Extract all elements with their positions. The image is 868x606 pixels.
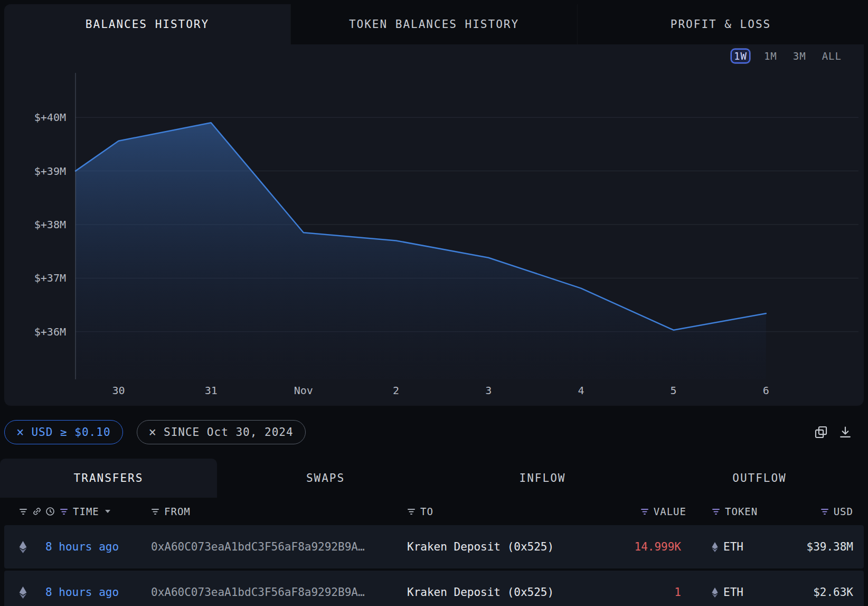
y-tick-label: $+39M	[34, 165, 66, 178]
row-value: 14.999K	[594, 540, 686, 553]
x-tick-label: 6	[763, 384, 769, 397]
row-value: 1	[594, 586, 686, 599]
y-tick-label: $+37M	[34, 272, 66, 284]
download-icon	[838, 425, 852, 439]
transfers-panel: TRANSFERS SWAPS INFLOW OUTFLOW	[0, 459, 868, 606]
caret-down-icon	[105, 510, 110, 513]
copy-icon	[814, 425, 828, 439]
row-usd: $39.38M	[771, 540, 853, 553]
row-from-address[interactable]: 0xA60C073eaA1bdC3F56aF8a9292B9A…	[151, 540, 407, 553]
filter-icon[interactable]	[820, 508, 829, 515]
header-row-icons	[19, 507, 45, 516]
range-all[interactable]: ALL	[820, 49, 844, 63]
remove-filter-icon[interactable]: ×	[16, 426, 24, 439]
row-usd: $2.63K	[771, 586, 853, 599]
tab-transfers[interactable]: TRANSFERS	[0, 459, 217, 498]
filter-icon[interactable]	[151, 508, 159, 515]
column-label-token: TOKEN	[725, 506, 758, 517]
range-1w[interactable]: 1W	[731, 49, 750, 63]
balance-area-fill	[76, 123, 766, 379]
column-label-to: TO	[420, 506, 433, 517]
tab-label: TRANSFERS	[74, 472, 144, 484]
tab-label: PROFIT & LOSS	[671, 18, 771, 31]
transfers-rows: 8 hours ago 0xA60C073eaA1bdC3F56aF8a9292…	[0, 525, 868, 606]
filter-icon[interactable]	[60, 508, 68, 515]
eth-icon	[19, 586, 27, 599]
header-value[interactable]: VALUE	[594, 506, 686, 517]
row-to-entity[interactable]: Kraken Deposit (0x525)	[407, 540, 594, 553]
row-asset-cell	[19, 541, 45, 553]
tab-inflow[interactable]: INFLOW	[434, 459, 651, 498]
link-icon[interactable]	[32, 507, 42, 516]
column-label-value: VALUE	[654, 506, 686, 517]
x-tick-label: 30	[112, 384, 125, 397]
table-row[interactable]: 8 hours ago 0xA60C073eaA1bdC3F56aF8a9292…	[4, 571, 864, 606]
x-tick-label: 2	[393, 384, 399, 397]
tab-balances-history[interactable]: BALANCES HISTORY	[4, 4, 290, 44]
row-time-link[interactable]: 8 hours ago	[45, 540, 151, 553]
copy-button[interactable]	[814, 425, 828, 439]
tab-label: BALANCES HISTORY	[86, 18, 209, 31]
tab-outflow[interactable]: OUTFLOW	[651, 459, 868, 498]
x-tick-label: 4	[578, 384, 584, 397]
table-row[interactable]: 8 hours ago 0xA60C073eaA1bdC3F56aF8a9292…	[4, 525, 864, 568]
filter-chip-label: SINCE Oct 30, 2024	[164, 426, 294, 439]
header-token[interactable]: TOKEN	[686, 506, 771, 517]
eth-icon	[19, 541, 27, 553]
eth-icon	[712, 588, 718, 598]
balance-chart: $+40M$+39M$+38M$+37M$+36M3031Nov23456	[4, 68, 864, 406]
row-time-link[interactable]: 8 hours ago	[45, 586, 151, 599]
y-tick-label: $+38M	[34, 218, 66, 231]
balance-chart-svg: $+40M$+39M$+38M$+37M$+36M3031Nov23456	[4, 68, 864, 406]
table-actions	[814, 425, 852, 439]
range-3m[interactable]: 3M	[791, 49, 808, 63]
column-label-usd: USD	[834, 506, 853, 517]
tab-label: OUTFLOW	[732, 472, 787, 484]
filter-bar: × USD ≥ $0.10 × SINCE Oct 30, 2024	[0, 406, 868, 459]
eth-icon	[712, 542, 718, 552]
filter-icon[interactable]	[640, 508, 649, 515]
y-tick-label: $+40M	[34, 111, 66, 124]
row-to-entity[interactable]: Kraken Deposit (0x525)	[407, 586, 594, 599]
y-tick-label: $+36M	[34, 325, 66, 338]
remove-filter-icon[interactable]: ×	[149, 426, 157, 439]
transfers-tabbar: TRANSFERS SWAPS INFLOW OUTFLOW	[0, 459, 868, 498]
filter-chip-since[interactable]: × SINCE Oct 30, 2024	[137, 420, 306, 444]
filter-icon[interactable]	[712, 508, 720, 515]
column-label-from: FROM	[164, 506, 191, 517]
row-asset-cell	[19, 586, 45, 599]
filter-icon[interactable]	[407, 508, 416, 515]
tab-profit-loss[interactable]: PROFIT & LOSS	[577, 4, 864, 44]
tab-label: INFLOW	[520, 472, 566, 484]
x-tick-label: 3	[485, 384, 492, 397]
row-from-address[interactable]: 0xA60C073eaA1bdC3F56aF8a9292B9A…	[151, 586, 407, 599]
header-to[interactable]: TO	[407, 506, 594, 517]
filter-chip-usd[interactable]: × USD ≥ $0.10	[4, 420, 123, 444]
x-tick-label: 31	[205, 384, 218, 397]
filter-icon[interactable]	[19, 508, 27, 515]
filter-chip-label: USD ≥ $0.10	[31, 426, 110, 439]
x-tick-label: Nov	[294, 384, 313, 397]
column-label-time: TIME	[73, 506, 99, 517]
tab-swaps[interactable]: SWAPS	[217, 459, 434, 498]
x-tick-label: 5	[671, 384, 677, 397]
clock-icon	[45, 507, 55, 516]
download-button[interactable]	[838, 425, 852, 439]
balances-panel: BALANCES HISTORY TOKEN BALANCES HISTORY …	[4, 4, 864, 406]
header-usd[interactable]: USD	[771, 506, 853, 517]
row-token: ETH	[686, 586, 771, 599]
row-token-symbol: ETH	[723, 586, 743, 599]
time-range-selector: 1W1M3MALL	[4, 44, 864, 68]
panel-tabbar: BALANCES HISTORY TOKEN BALANCES HISTORY …	[4, 4, 864, 44]
tab-label: SWAPS	[306, 472, 345, 484]
tab-label: TOKEN BALANCES HISTORY	[349, 18, 519, 31]
table-header: TIME FROM TO VALUE TOKEN	[4, 498, 864, 525]
row-token: ETH	[686, 540, 771, 553]
range-1m[interactable]: 1M	[762, 49, 779, 63]
header-time[interactable]: TIME	[45, 506, 151, 517]
header-from[interactable]: FROM	[151, 506, 407, 517]
row-token-symbol: ETH	[723, 540, 743, 553]
tab-token-balances-history[interactable]: TOKEN BALANCES HISTORY	[290, 4, 577, 44]
